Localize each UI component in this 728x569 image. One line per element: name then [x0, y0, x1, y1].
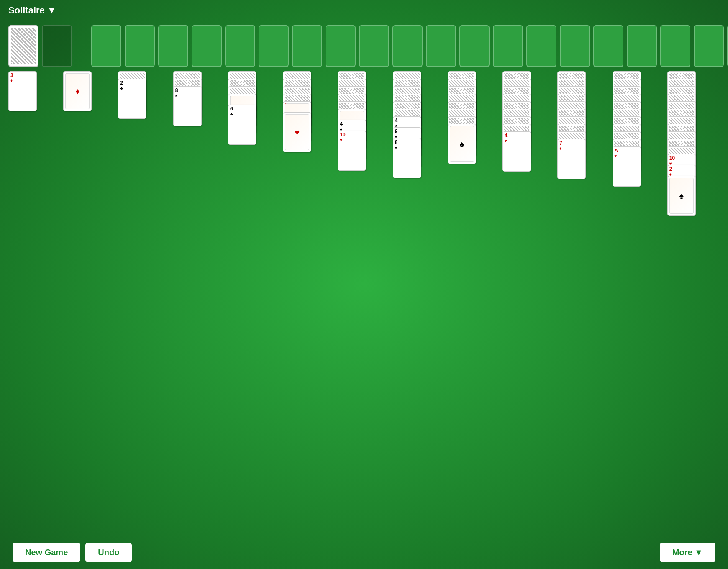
tableau-column-13[interactable]: 10♥2♦Q♠♠ [667, 71, 720, 227]
foundation-slot-14[interactable] [526, 25, 556, 67]
card-figure: ♦ [65, 73, 90, 109]
card-rank: 9 [395, 129, 398, 134]
tableau-column-9[interactable]: K♠♠ [448, 71, 500, 175]
card-rank: 4 [340, 121, 343, 126]
card-rank: 4 [395, 118, 398, 123]
foundation-slot-1[interactable] [91, 25, 121, 67]
card-figure: ♠ [450, 126, 474, 162]
card-rank: 8 [395, 140, 398, 145]
face-up-card[interactable]: Q♠♠ [667, 176, 696, 216]
card-rank: 2 [669, 167, 672, 172]
foundation-area [8, 23, 720, 69]
face-up-card[interactable]: 8♠ [173, 86, 202, 126]
foundation-slot-15[interactable] [560, 25, 590, 67]
foundation-slot-5[interactable] [225, 25, 255, 67]
foundation-slot-10[interactable] [392, 25, 423, 67]
foundation-slot-11[interactable] [426, 25, 456, 67]
tableau-column-1[interactable]: 3♦ [8, 71, 61, 122]
face-up-card[interactable]: 8♠ [393, 138, 421, 178]
waste-pile[interactable] [42, 25, 72, 67]
face-up-card[interactable]: 4♥ [502, 131, 531, 172]
foundation-slot-16[interactable] [593, 25, 623, 67]
card-suit: ♠ [175, 93, 177, 98]
foundation-slot-9[interactable] [359, 25, 389, 67]
card-figure: ♥ [285, 114, 309, 150]
tableau-column-6[interactable]: K♦♦J♥♥ [283, 71, 335, 163]
card-suit: ♦ [559, 146, 561, 151]
face-up-card[interactable]: J♥♥ [283, 112, 311, 152]
tableau-column-2[interactable]: Q♦♦ [63, 71, 115, 122]
foundation-slot-12[interactable] [459, 25, 490, 67]
card-suit: ♥ [340, 138, 342, 142]
left-buttons: New Game Undo [13, 543, 132, 562]
tableau-column-10[interactable]: 4♥ [502, 71, 555, 182]
face-up-card[interactable]: Q♦♦ [63, 71, 92, 111]
foundation-slot-7[interactable] [292, 25, 322, 67]
card-suit: ♥ [615, 154, 617, 158]
stock-pile[interactable] [8, 25, 38, 67]
foundation-slot-13[interactable] [493, 25, 523, 67]
tableau-column-4[interactable]: 8♠ [173, 71, 226, 137]
card-rank: A [615, 148, 618, 153]
new-game-button[interactable]: New Game [13, 543, 80, 562]
face-up-card[interactable]: A♥ [613, 146, 641, 187]
tableau-column-11[interactable]: 7♦ [557, 71, 610, 190]
foundation-slot-4[interactable] [192, 25, 222, 67]
face-up-card[interactable]: 10♥ [338, 131, 366, 171]
face-up-card[interactable]: 3♦ [8, 71, 37, 111]
more-button[interactable]: More ▼ [660, 543, 715, 562]
foundation-slot-3[interactable] [158, 25, 188, 67]
undo-button[interactable]: Undo [85, 543, 132, 562]
title-dropdown-arrow: ▼ [47, 5, 56, 16]
foundation-slot-2[interactable] [125, 25, 155, 67]
card-rank: 10 [340, 132, 345, 137]
foundation-slot-8[interactable] [326, 25, 356, 67]
card-rank: 10 [669, 156, 675, 161]
foundation-slot-19[interactable] [694, 25, 724, 67]
game-container: Solitaire ▼ [0, 0, 728, 569]
tableau-area: 3♦Q♦♦2♣8♠K♠♠6♣K♦♦J♥♥J♣♣4♠10♥4♣9♠8♠K♠♠4♥7… [8, 71, 720, 536]
bottom-bar: New Game Undo More ▼ [0, 536, 728, 569]
card-figure: ♠ [669, 178, 694, 214]
face-up-card[interactable]: 6♣ [228, 105, 256, 145]
card-rank: 8 [175, 88, 178, 93]
card-suit: ♣ [230, 112, 233, 116]
game-title[interactable]: Solitaire ▼ [8, 5, 56, 16]
title-text: Solitaire [8, 5, 45, 16]
tableau-column-3[interactable]: 2♣ [118, 71, 170, 130]
header: Solitaire ▼ [0, 0, 728, 21]
tableau-column-7[interactable]: J♣♣4♠10♥ [338, 71, 390, 182]
card-suit: ♥ [505, 138, 507, 143]
foundation-slot-6[interactable] [259, 25, 289, 67]
face-up-card[interactable]: 7♦ [557, 139, 586, 179]
card-rank: 2 [120, 80, 123, 85]
tableau-column-5[interactable]: K♠♠6♣ [228, 71, 280, 156]
card-suit: ♣ [120, 86, 123, 90]
card-rank: 4 [505, 133, 508, 138]
face-up-card[interactable]: K♠♠ [448, 124, 476, 164]
card-rank: 3 [10, 73, 13, 78]
card-rank: 7 [559, 141, 562, 146]
foundation-slot-17[interactable] [627, 25, 657, 67]
face-up-card[interactable]: 2♣ [118, 79, 146, 119]
card-rank: 6 [230, 106, 233, 111]
tableau-column-8[interactable]: 4♣9♠8♠ [393, 71, 445, 189]
card-suit: ♦ [10, 78, 13, 83]
tableau-column-12[interactable]: A♥ [613, 71, 665, 197]
foundation-slot-18[interactable] [660, 25, 690, 67]
card-suit: ♠ [395, 145, 397, 150]
